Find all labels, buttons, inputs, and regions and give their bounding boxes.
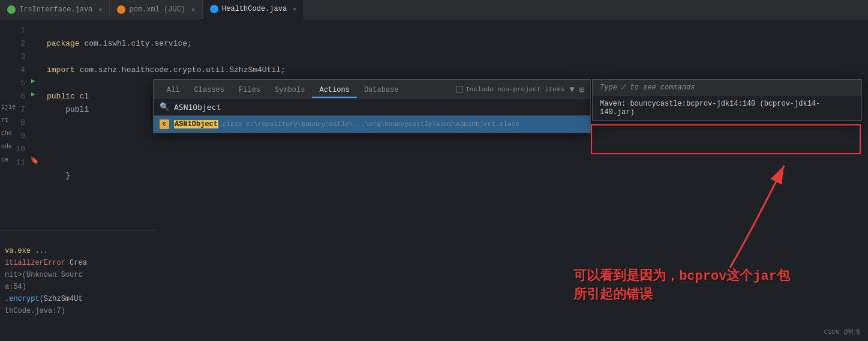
search-tab-symbols[interactable]: Symbols	[268, 83, 312, 98]
left-sidebar-labels: ijie rt Che ode ce	[1, 101, 16, 167]
tab-label-pomxml: pom.xml (JUC)	[129, 5, 185, 14]
tab-bar: IrsInterface.java ✕ pom.xml (JUC) ✕ Heal…	[0, 0, 868, 19]
search-input-row: 🔍 ASN1Object	[154, 98, 590, 116]
run-arrow-5: ▶	[31, 74, 35, 88]
arrow-annotation: 可以看到是因为，bcprov这个jar包 所引起的错误	[573, 268, 790, 305]
checkbox-box[interactable]	[456, 86, 463, 93]
tab-close-irsinterface[interactable]: ✕	[98, 6, 102, 13]
expand-icon[interactable]: ⊞	[579, 85, 584, 95]
filter-icon[interactable]: ▼	[569, 85, 574, 94]
maven-result: Maven: bouncycastle:bcprov-jdk14:140 (bc…	[593, 95, 861, 120]
annotation-text-line2: 所引起的错误	[573, 286, 790, 305]
search-tab-all[interactable]: All	[160, 83, 187, 98]
bottom-code: va.exe ... itializerError Crea nit>(Unkn…	[0, 231, 156, 331]
tab-close-healthcode[interactable]: ✕	[293, 5, 296, 13]
search-popup[interactable]: All Classes Files Symbols Actions Databa…	[153, 79, 591, 133]
tab-label-irsinterface: IrsInterface.java	[19, 5, 92, 14]
run-arrow-6: ▶	[31, 88, 35, 101]
search-icon: 🔍	[160, 102, 169, 112]
search-result-row[interactable]: C ASN1Object.class E:\repository\bouncyc…	[154, 116, 590, 133]
popup-right-hint: Type / to see commands	[593, 80, 861, 95]
search-tab-actions[interactable]: Actions	[312, 83, 356, 98]
search-tab-database[interactable]: Database	[357, 83, 406, 98]
search-tab-files[interactable]: Files	[232, 83, 268, 98]
search-tabs: All Classes Files Symbols Actions Databa…	[154, 80, 590, 98]
bottom-panel: va.exe ... itializerError Crea nit>(Unkn…	[0, 230, 156, 341]
search-query[interactable]: ASN1Object	[174, 103, 221, 112]
result-highlight: ASN1Object	[174, 120, 218, 128]
include-non-project-checkbox[interactable]: Include non-project items	[456, 86, 564, 93]
tab-pomxml[interactable]: pom.xml (JUC) ✕	[110, 0, 203, 19]
tab-icon-orange	[117, 5, 125, 14]
tab-irsinterface[interactable]: IrsInterface.java ✕	[0, 0, 110, 19]
tab-healthcode[interactable]: HealthCode.java ✕	[203, 0, 304, 19]
tab-icon-green	[7, 5, 16, 14]
tab-icon-blue	[210, 5, 218, 13]
result-class-icon: C	[160, 119, 169, 129]
result-path: .class E:\repository\bouncycastle\...\or…	[218, 121, 519, 128]
tab-close-pomxml[interactable]: ✕	[191, 6, 195, 13]
search-right-controls: Include non-project items ▼ ⊞	[456, 85, 584, 97]
tab-label-healthcode: HealthCode.java	[222, 5, 287, 13]
popup-right-panel: Type / to see commands Maven: bouncycast…	[592, 79, 862, 121]
search-tab-classes[interactable]: Classes	[187, 83, 232, 98]
result-text: ASN1Object.class E:\repository\bouncycas…	[174, 120, 519, 128]
annotation-arrow	[682, 136, 802, 274]
csdn-watermark: CSDN @帆涨	[824, 327, 861, 336]
bookmark-icon: 🔖	[30, 156, 39, 165]
include-non-project-label: Include non-project items	[465, 86, 564, 93]
